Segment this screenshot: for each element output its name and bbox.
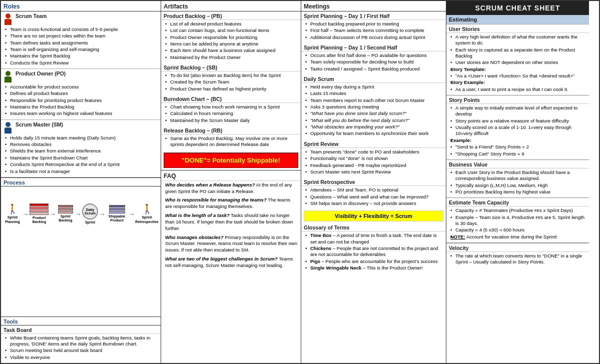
estimate-capacity-section: Estimate Team Capacity Capacity = # Team… xyxy=(446,198,589,242)
list-item: Team solely responsible for deciding how… xyxy=(305,59,443,65)
process-diagram: 🚶 Sprint Planning → Product Backlog → xyxy=(1,186,161,242)
list-item: Lasts 15 minutes xyxy=(305,90,443,96)
list-item: Single Wringable Neck – This is the Prod… xyxy=(305,265,443,271)
product-owner-section: Product Owner (PO) Accountable for produ… xyxy=(1,69,161,120)
us-list: A very high level definition of what the… xyxy=(446,33,589,95)
list-item: Feedback generated - PB maybe reprioriti… xyxy=(305,162,443,168)
proc-label-pb: Product Backlog xyxy=(30,216,49,224)
bv-list: Each User Story in the Product Backlog s… xyxy=(446,168,589,198)
list-item: Team is cross-functional and consists of… xyxy=(5,26,158,32)
scrum-master-header-row: Scrum Master (SM) xyxy=(1,120,161,134)
list-item: Each User Story in the Product Backlog s… xyxy=(450,170,586,182)
visibility-box: Visibility + Flexibility = Scrum xyxy=(304,210,443,222)
us-title: User Stories xyxy=(446,24,589,33)
list-item: Accountable for product success xyxy=(5,84,158,90)
list-item: Product Owner responsible for prioritizi… xyxy=(165,34,298,40)
sprint-backlog-section: Sprint Backlog – (SB) To-do list (also k… xyxy=(161,63,301,94)
list-item: Holds daily 15 minute team meeting (Dail… xyxy=(5,135,158,141)
list-item: Calculated in hours remaining xyxy=(165,110,298,116)
proc-sprint-planning: 🚶 Sprint Planning xyxy=(4,204,22,224)
ec-title: Estimate Team Capacity xyxy=(446,198,589,206)
list-item: Same as the Product Backlog. May involve… xyxy=(165,136,298,148)
list-item: Visible to everyone xyxy=(5,354,158,360)
list-item: Tasks created / assigned – Sprint Backlo… xyxy=(305,66,443,72)
bv-title: Business Value xyxy=(446,160,589,168)
page: Roles Scrum Team Team is cross-functiona… xyxy=(0,0,600,364)
daily-scrum-section: Daily Scrum Held every day during a Spri… xyxy=(301,74,446,140)
list-item: Opportunity for team members to synchron… xyxy=(305,130,443,136)
proc-sprint: DailyScrum Sprint xyxy=(82,204,98,224)
scrum-team-title: Scrum Team xyxy=(16,13,47,19)
list-item: List of all desired product features xyxy=(165,21,298,27)
list-item: Product Owner has defined as highest pri… xyxy=(165,86,298,92)
sretro-list: Attendees – SM and Team. PO is optional … xyxy=(301,186,446,209)
list-item: Chart showing how much work remaining in… xyxy=(165,104,298,110)
glossary-title: Glossary of Terms xyxy=(301,223,446,232)
pb-list: List of all desired product features Lis… xyxy=(161,20,301,63)
faq-item-4: Who manages obstacles? Primary responsib… xyxy=(161,234,301,255)
bc-title: Burndown Chart – (BC) xyxy=(161,94,301,103)
gloss-term-1: Time Box xyxy=(310,232,332,238)
list-item: Story points are a relative measure of f… xyxy=(450,118,586,124)
proc-label-sb: Sprint Backlog xyxy=(57,214,74,223)
faq-item-5: What are two of the biggest challenges i… xyxy=(161,255,301,270)
list-item: Example – Team size is 4, Productive Hrs… xyxy=(450,214,586,227)
col-cheat-sheet: SCRUM CHEAT SHEET Estimating User Storie… xyxy=(446,1,589,363)
list-item: First half – Team selects items committi… xyxy=(305,28,443,34)
sp1-title: Sprint Planning – Day 1 / First Half xyxy=(301,12,446,20)
product-owner-list: Accountable for product success Defines … xyxy=(1,83,161,120)
proc-product-backlog: Product Backlog xyxy=(30,204,49,224)
sprint-plan-1-section: Sprint Planning – Day 1 / First Half Pro… xyxy=(301,12,446,43)
list-item: The rate at which team converts items to… xyxy=(450,253,586,266)
list-item: PO prioritizes Backlog items by highest … xyxy=(450,189,586,195)
list-item: Team members report to each other not Sc… xyxy=(305,98,443,104)
sp2-list: Occurs after first half done – PO availa… xyxy=(301,52,446,74)
list-item: White Board containing teams Sprint goal… xyxy=(5,335,158,348)
tools-header: Tools xyxy=(1,317,161,326)
faq-q3: What is the length of a task? xyxy=(165,212,230,218)
list-item: List can contain bugs, and non-functiona… xyxy=(165,28,298,34)
roles-header: Roles xyxy=(1,1,161,12)
list-item: Additional discussion of PB occurs durin… xyxy=(305,34,443,40)
list-item: Asks 3 questions during meeting xyxy=(305,104,443,110)
list-item: "Send to a Friend" Story Points = 2 xyxy=(450,144,586,150)
meetings-header: Meetings xyxy=(301,1,446,12)
list-item: Responsible for prioritizing product fea… xyxy=(5,98,158,104)
proc-sprint-backlog: Sprint Backlog xyxy=(57,205,74,223)
gloss-term-4: Single Wringable Neck xyxy=(310,265,361,270)
burndown-section: Burndown Chart – (BC) Chart showing how … xyxy=(161,94,301,126)
faq-item-3: What is the length of a task? Tasks shou… xyxy=(161,212,301,233)
faq-item-1: Who decides when a Release happens? At t… xyxy=(161,181,301,196)
rb-title: Release Backlog – (RB) xyxy=(161,126,301,134)
proc-stack-pb xyxy=(30,204,49,215)
proc-label-sprint-planning: Sprint Planning xyxy=(4,216,22,224)
done-box: "DONE"= Potentially Shippable! xyxy=(164,152,298,168)
proc-retro: 🚶 Sprint Retrospective xyxy=(136,204,158,224)
product-backlog-section: Product Backlog – (PB) List of all desir… xyxy=(161,12,301,63)
proc-stack-ship xyxy=(109,205,125,214)
list-item: Story Template: xyxy=(450,66,586,72)
proc-stack-sb xyxy=(58,205,73,214)
list-item: Maintains the Sprint Backlog xyxy=(5,53,158,59)
list-item: As a user, I want to print a recipe so t… xyxy=(450,86,586,92)
list-item: Capacity = # Teammates (Productive Hrs x… xyxy=(450,208,586,214)
list-item: Items can be added by anyone at anytime xyxy=(165,41,298,47)
proc-label-sprint: Sprint xyxy=(85,220,95,224)
list-item: Team is self-organizing and self-managin… xyxy=(5,46,158,52)
ds-list: Held every day during a Sprint Lasts 15 … xyxy=(301,83,446,140)
story-example-label: Story Example: xyxy=(450,80,485,85)
gloss-term-3: Pigs xyxy=(310,258,320,264)
sb-list: To-do list (also known as Backlog item) … xyxy=(161,72,301,94)
proc-label-retro: Sprint Retrospective xyxy=(135,216,158,224)
faq-header: FAQ xyxy=(161,170,301,181)
scrum-master-title: Scrum Master (SM) xyxy=(16,122,63,128)
scrum-master-icon xyxy=(4,122,13,134)
list-item: Chickens – People that are not committed… xyxy=(305,246,443,258)
sb-title: Sprint Backlog – (SB) xyxy=(161,63,301,72)
list-item: NOTE: Account for vacation time during t… xyxy=(450,234,586,240)
ec-list: Capacity = # Teammates (Productive Hrs x… xyxy=(446,206,589,242)
list-item: "As a <User> I want <function> So that <… xyxy=(450,73,586,79)
scrum-master-list: Holds daily 15 minute team meeting (Dail… xyxy=(1,134,161,177)
list-item: Each item should have a business value a… xyxy=(165,48,298,54)
proc-arrow-5: → xyxy=(128,210,135,218)
